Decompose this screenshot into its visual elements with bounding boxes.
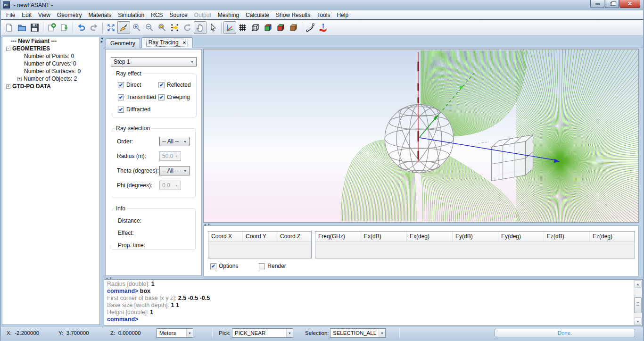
dropdown-phi-degrees: 0.0▼ [159,181,181,190]
column-header-ey-db[interactable]: Ey(dB) [453,232,498,242]
selection-select[interactable]: SELECTION_ALL ▼ [330,328,386,338]
column-header-coord-x[interactable]: Coord X [208,232,243,242]
tree-item-new-fasant[interactable]: --- New Fasant --- [2,37,99,45]
scrollbar-thumb[interactable] [634,297,642,313]
fit-points-button[interactable] [168,21,181,34]
column-header-ey-deg[interactable]: Ey(deg) [498,232,544,242]
checkbox-direct[interactable]: ✔Direct [118,82,158,88]
console-value: 2.5 -0.5 -0.5 [176,295,210,301]
pan-view-button[interactable] [194,21,206,34]
menu-edit[interactable]: Edit [18,11,35,19]
checkbox-diffracted[interactable]: ✔Diffracted [118,106,158,113]
restore-button[interactable] [605,0,619,8]
column-header-ex-db[interactable]: Ex(dB) [361,232,407,242]
expand-icon[interactable]: + [17,77,22,81]
close-button[interactable]: ✕ [619,0,640,8]
ray-tracing-scene [204,50,638,222]
command-console[interactable]: Radius [double]: 1command> boxFirst corn… [104,279,643,326]
column-header-ex-deg[interactable]: Ex(deg) [407,232,453,242]
view-orientation-button[interactable] [117,21,130,34]
3d-viewport[interactable] [203,49,639,223]
new-file-button[interactable] [3,21,16,34]
column-header-freq-ghz[interactable]: Freq(GHz) [315,232,361,242]
column-header-ez-deg[interactable]: Ez(deg) [590,232,635,242]
expand-icon[interactable]: + [6,84,10,89]
tree-splitter[interactable]: ◀ ▶ [100,37,104,325]
step-selector[interactable]: Step 1 ▼ [111,57,197,67]
menu-file[interactable]: File [3,11,18,19]
menu-rcs[interactable]: RCS [148,11,166,19]
pick-label: Pick: [219,330,231,336]
new-geometry-button[interactable] [45,21,58,34]
console-scrollbar[interactable]: ▲ ▼ [634,280,642,325]
checkbox-creeping[interactable]: ✔Creeping [158,94,196,100]
console-line: command> box [107,288,642,295]
checkbox-reflected[interactable]: ✔Reflected [158,82,196,88]
select-cursor-button[interactable] [206,21,219,34]
zoom-extents-button[interactable] [105,21,117,34]
rgb-box-mode-button[interactable] [262,21,274,34]
menu-view[interactable]: View [35,11,54,19]
column-header-coord-z[interactable]: Coord Z [277,232,311,242]
menu-show-results[interactable]: Show Results [272,11,314,19]
checkbox-label: Transmitted [126,94,156,100]
menu-materials[interactable]: Materials [85,11,115,19]
column-header-coord-y[interactable]: Coord Y [243,232,277,242]
undo-button[interactable] [75,21,88,34]
zoom-in-button[interactable] [130,21,143,34]
show-axes-button[interactable] [223,21,236,34]
console-splitter[interactable]: ▲▼ [106,277,113,280]
tab-ray-tracing[interactable]: Ray Tracing × [141,37,193,48]
zoom-window-button[interactable] [156,21,168,34]
open-file-button[interactable] [16,21,28,34]
dropdown-order[interactable]: -- All --▼ [159,137,190,146]
pick-select[interactable]: PICK_NEAR ▼ [232,328,293,338]
import-geometry-button[interactable] [58,21,71,34]
flat-shaded-mode-button[interactable] [274,21,287,34]
solid-mode-button[interactable] [287,21,300,34]
tree-item-gtd-po-data[interactable]: +GTD-PO DATA [2,83,99,90]
tab-close-icon[interactable]: × [183,40,186,45]
menu-help[interactable]: Help [333,11,352,19]
tree-item-number-of-surfaces-0[interactable]: Number of Surfaces: 0 [2,67,99,75]
fields-table[interactable]: Freq(GHz)Ex(dB)Ex(deg)Ey(dB)Ey(deg)Ez(dB… [315,231,635,258]
scroll-up-icon[interactable]: ▲ [634,280,642,288]
import-geometry-icon [60,23,69,32]
menu-meshing[interactable]: Meshing [215,11,242,19]
check-icon: ✔ [159,95,164,100]
dropdown-theta-degrees[interactable]: -- All --▼ [159,166,190,175]
collapse-icon[interactable]: - [6,47,10,51]
zoom-out-button[interactable] [143,21,156,34]
menu-geometry[interactable]: Geometry [54,11,85,19]
minimize-button[interactable] [590,0,604,8]
tree-item-number-of-points-0[interactable]: Number of Points: 0 [2,52,99,60]
show-grid-button[interactable] [236,21,249,34]
checkbox-transmitted[interactable]: ✔Transmitted [118,94,158,100]
tree-item-number-of-curves-0[interactable]: Number of Curves: 0 [2,60,99,67]
redo-button[interactable] [88,21,100,34]
units-select[interactable]: Meters ▼ [157,328,193,338]
tree-item-geometries[interactable]: -GEOMETRIES [2,45,99,52]
scroll-down-icon[interactable]: ▼ [634,317,642,325]
menu-source[interactable]: Source [166,11,191,19]
tab-geometry-label: Geometry [110,40,135,47]
splitter-up-icon[interactable]: ▲ [106,277,109,280]
menu-calculate[interactable]: Calculate [242,11,272,19]
tree-item-number-of-objects-2[interactable]: +Number of Objects: 2 [2,75,99,83]
collapse-left-icon[interactable]: ◀ [100,37,104,40]
coordinates-table[interactable]: Coord XCoord YCoord Z [208,231,312,258]
surface-normals-button[interactable] [317,21,330,34]
curve-points-button[interactable] [304,21,317,34]
options-checkbox[interactable]: ✔ Options [210,263,238,269]
menu-simulation[interactable]: Simulation [115,11,148,19]
tab-geometry[interactable]: Geometry [106,38,140,48]
save-file-button[interactable] [28,21,41,34]
collapse-right-icon[interactable]: ▶ [100,40,104,43]
render-checkbox[interactable]: Render [259,263,286,269]
splitter-down-icon[interactable]: ▼ [109,277,113,280]
ray-effect-title: Ray effect [115,70,143,77]
wireframe-mode-button[interactable] [249,21,262,34]
rotate-view-button[interactable] [181,21,194,34]
menu-tools[interactable]: Tools [314,11,333,19]
column-header-ez-db[interactable]: Ez(dB) [544,232,590,242]
